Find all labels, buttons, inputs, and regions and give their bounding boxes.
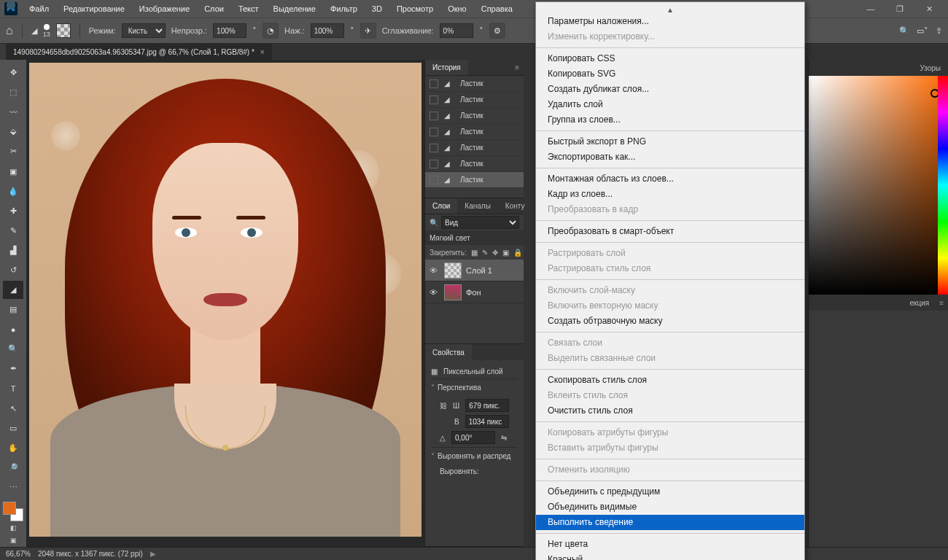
lasso-tool-icon[interactable]: 〰 bbox=[3, 103, 23, 121]
dodge-tool-icon[interactable]: 🔍 bbox=[3, 340, 23, 358]
menu-item[interactable]: Нет цвета bbox=[536, 537, 804, 552]
history-tab[interactable]: История bbox=[425, 60, 468, 75]
menu-окно[interactable]: Окно bbox=[440, 4, 474, 13]
opacity-dropdown-icon[interactable]: ˅ bbox=[252, 26, 257, 36]
history-row[interactable]: ◢Ластик bbox=[425, 124, 524, 140]
menu-item[interactable]: Преобразовать в смарт-объект bbox=[536, 224, 804, 239]
airbrush-icon[interactable]: ✈ bbox=[360, 23, 376, 39]
align-section[interactable]: Выровнять и распред bbox=[438, 452, 510, 460]
quickmask-icon[interactable]: ◧ bbox=[8, 523, 18, 533]
history-checkbox[interactable] bbox=[430, 160, 438, 168]
properties-tab[interactable]: Свойства bbox=[425, 344, 472, 360]
mode-select[interactable]: Кисть bbox=[122, 23, 166, 38]
layer-row[interactable]: 👁 Слой 1 bbox=[425, 260, 524, 281]
fg-color[interactable] bbox=[3, 502, 16, 515]
pressure-opacity-icon[interactable]: ◔ bbox=[263, 23, 279, 39]
document-tab[interactable]: 149080294658dbd9025063a4.96305347.jpg @ … bbox=[6, 44, 272, 60]
menu-слои[interactable]: Слои bbox=[197, 4, 231, 13]
share-icon[interactable]: ⇪ bbox=[936, 26, 942, 36]
menu-item[interactable]: Удалить слой bbox=[536, 97, 804, 112]
color-swatch[interactable] bbox=[3, 502, 23, 521]
menu-фильтр[interactable]: Фильтр bbox=[323, 4, 365, 13]
visibility-icon[interactable]: 👁 bbox=[430, 266, 440, 275]
history-checkbox[interactable] bbox=[430, 79, 438, 88]
menu-item[interactable]: Параметры наложения... bbox=[536, 14, 804, 29]
flow-input[interactable] bbox=[311, 23, 344, 38]
move-tool-icon[interactable]: ✥ bbox=[3, 63, 23, 82]
heal-tool-icon[interactable]: ✚ bbox=[3, 202, 23, 220]
status-arrow-icon[interactable]: ▶ bbox=[150, 550, 156, 558]
brush-preset-icon[interactable] bbox=[56, 23, 71, 38]
menu-item[interactable]: Красный bbox=[536, 552, 804, 560]
lock-brush-icon[interactable]: ✎ bbox=[482, 249, 488, 257]
zoom-tool-icon[interactable]: 🔎 bbox=[3, 459, 23, 477]
width-input[interactable] bbox=[465, 399, 509, 412]
lock-move-icon[interactable]: ✥ bbox=[492, 249, 498, 257]
history-checkbox[interactable] bbox=[430, 96, 438, 104]
menu-текст[interactable]: Текст bbox=[231, 4, 266, 13]
menu-item[interactable]: Очистить стиль слоя bbox=[536, 403, 804, 419]
workspace-icon[interactable]: ▭˅ bbox=[917, 26, 928, 36]
menu-item[interactable]: Быстрый экспорт в PNG bbox=[536, 134, 804, 149]
marquee-tool-icon[interactable]: ⬚ bbox=[3, 83, 23, 101]
window-minimize-icon[interactable]: — bbox=[856, 0, 885, 18]
menu-файл[interactable]: Файл bbox=[22, 4, 56, 13]
blur-tool-icon[interactable]: ● bbox=[3, 320, 23, 338]
home-icon[interactable]: ⌂ bbox=[6, 24, 13, 37]
zoom-level[interactable]: 66,67% bbox=[6, 550, 31, 558]
history-checkbox[interactable] bbox=[430, 176, 438, 184]
eyedropper-tool-icon[interactable]: 💧 bbox=[3, 182, 23, 201]
menu-выделение[interactable]: Выделение bbox=[266, 4, 323, 13]
lock-artboard-icon[interactable]: ▣ bbox=[502, 249, 509, 257]
screenmode-icon[interactable]: ▣ bbox=[8, 536, 18, 546]
menu-редактирование[interactable]: Редактирование bbox=[56, 4, 132, 13]
menu-изображение[interactable]: Изображение bbox=[132, 4, 197, 13]
lock-all-icon[interactable]: 🔒 bbox=[513, 249, 522, 257]
channels-tab[interactable]: Каналы bbox=[457, 198, 498, 214]
angle-input[interactable] bbox=[451, 431, 495, 444]
link-wh-icon[interactable]: ⛓ bbox=[440, 402, 447, 410]
brush-tool-icon[interactable]: ✎ bbox=[3, 222, 23, 240]
layers-tab[interactable]: Слои bbox=[425, 198, 457, 214]
history-row[interactable]: ◢Ластик bbox=[425, 156, 524, 172]
history-checkbox[interactable] bbox=[430, 128, 438, 136]
menu-item[interactable]: Объединить видимые bbox=[536, 499, 804, 515]
history-row[interactable]: ◢Ластик bbox=[425, 92, 524, 108]
menu-item[interactable]: Создать обтравочную маску bbox=[536, 314, 804, 329]
menu-item[interactable]: Создать дубликат слоя... bbox=[536, 82, 804, 97]
flip-h-icon[interactable]: ⇋ bbox=[501, 434, 507, 442]
height-input[interactable] bbox=[465, 415, 509, 428]
search-icon[interactable]: 🔍 bbox=[899, 26, 909, 36]
crop-tool-icon[interactable]: ✂ bbox=[3, 142, 23, 160]
history-brush-tool-icon[interactable]: ↺ bbox=[3, 261, 23, 279]
history-checkbox[interactable] bbox=[430, 112, 438, 120]
patterns-tab[interactable]: Узоры bbox=[912, 60, 948, 76]
menu-справка[interactable]: Справка bbox=[474, 4, 520, 13]
paths-tab[interactable]: Конту bbox=[498, 198, 532, 214]
hue-slider[interactable] bbox=[938, 76, 948, 295]
history-row[interactable]: ◢Ластик bbox=[425, 172, 524, 188]
menu-item[interactable]: Скопировать стиль слоя bbox=[536, 373, 804, 388]
text-tool-icon[interactable]: T bbox=[3, 380, 23, 398]
lock-pixels-icon[interactable]: ▦ bbox=[471, 249, 478, 257]
stamp-tool-icon[interactable]: ▟ bbox=[3, 241, 23, 260]
history-row[interactable]: ◢Ластик bbox=[425, 140, 524, 156]
menu-просмотр[interactable]: Просмотр bbox=[389, 4, 440, 13]
panel-menu-icon[interactable]: ≡ bbox=[510, 60, 524, 75]
layer-row[interactable]: 👁 Фон bbox=[425, 281, 524, 303]
smooth-options-icon[interactable]: ⚙ bbox=[489, 23, 505, 39]
eraser-tool-icon[interactable]: ◢ bbox=[3, 281, 23, 299]
gradient-tool-icon[interactable]: ▤ bbox=[3, 300, 23, 319]
edit-toolbar-icon[interactable]: ⋯ bbox=[3, 478, 23, 497]
history-checkbox[interactable] bbox=[430, 144, 438, 152]
visibility-icon[interactable]: 👁 bbox=[430, 288, 440, 297]
window-close-icon[interactable]: ✕ bbox=[914, 0, 944, 18]
menu-3d[interactable]: 3D bbox=[365, 4, 389, 13]
close-tab-icon[interactable]: × bbox=[260, 48, 265, 56]
menu-item[interactable]: Кадр из слоев... bbox=[536, 187, 804, 202]
menu-item[interactable]: Экспортировать как... bbox=[536, 149, 804, 165]
menu-item[interactable]: Группа из слоев... bbox=[536, 112, 804, 128]
layer-kind-select[interactable]: Вид bbox=[441, 216, 519, 229]
menu-item[interactable]: Монтажная область из слоев... bbox=[536, 171, 804, 187]
pen-tool-icon[interactable]: ✒ bbox=[3, 359, 23, 378]
